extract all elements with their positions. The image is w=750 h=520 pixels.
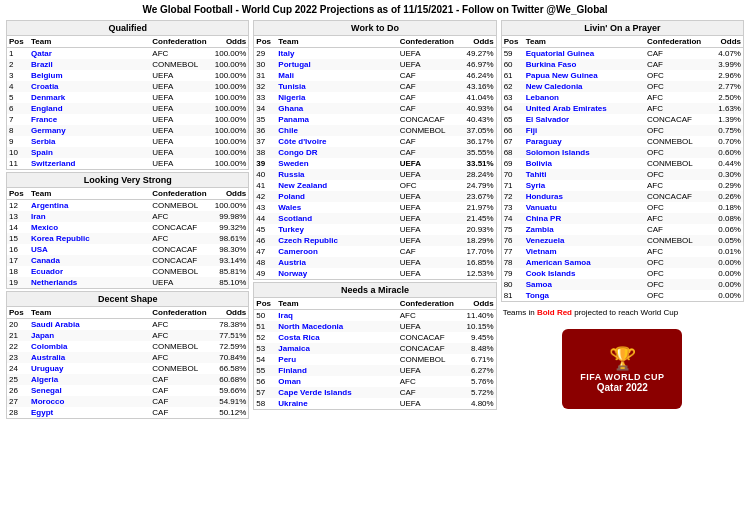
cell-conf: CONMEBOL [150,341,210,352]
qualified-table: Pos Team Confederation Odds 1QatarAFC100… [7,36,248,169]
cell-pos: 8 [7,125,29,136]
table-row: 7FranceUEFA100.00% [7,114,248,125]
cell-odds: 59.66% [210,385,248,396]
table-row: 51North MacedoniaUEFA10.15% [254,321,495,332]
table-row: 39SwedenUEFA33.51% [254,158,495,169]
cell-pos: 63 [502,92,524,103]
table-row: 14MexicoCONCACAF99.32% [7,222,248,233]
cell-pos: 29 [254,48,276,60]
page-header: We Global Football - World Cup 2022 Proj… [0,0,750,18]
cell-conf: OFC [645,290,705,301]
cell-team: Chile [276,125,397,136]
legend-text: Teams in Bold Red projected to reach Wor… [503,308,678,317]
cell-odds: 77.51% [210,330,248,341]
th-odds-s: Odds [210,188,248,200]
cell-conf: UEFA [398,48,458,60]
cell-conf: OFC [645,81,705,92]
cell-odds: 93.14% [210,255,248,266]
cell-odds: 0.26% [705,191,743,202]
cell-pos: 30 [254,59,276,70]
cell-pos: 45 [254,224,276,235]
cell-odds: 85.10% [210,277,248,288]
cell-pos: 59 [502,48,524,60]
cell-odds: 8.48% [458,343,496,354]
cell-odds: 70.84% [210,352,248,363]
work-table: Pos Team Confederation Odds 29ItalyUEFA4… [254,36,495,279]
cell-odds: 2.50% [705,92,743,103]
table-row: 59Equatorial GuineaCAF4.07% [502,48,743,60]
cell-odds: 0.70% [705,136,743,147]
cell-team: Norway [276,268,397,279]
table-row: 3BelgiumUEFA100.00% [7,70,248,81]
table-row: 79Cook IslandsOFC0.00% [502,268,743,279]
table-row: 70TahitiOFC0.30% [502,169,743,180]
cell-team: Uruguay [29,363,150,374]
table-row: 78American SamoaOFC0.00% [502,257,743,268]
cell-conf: CONCACAF [398,332,458,343]
cell-conf: UEFA [398,321,458,332]
table-row: 32TunisiaCAF43.16% [254,81,495,92]
cell-pos: 35 [254,114,276,125]
cell-team: Ukraine [276,398,397,409]
cell-team: Zambia [524,224,645,235]
table-row: 27MoroccoCAF54.91% [7,396,248,407]
table-row: 46Czech RepublicUEFA18.29% [254,235,495,246]
cell-team: Colombia [29,341,150,352]
table-row: 4CroatiaUEFA100.00% [7,81,248,92]
cell-odds: 4.07% [705,48,743,60]
cell-conf: CAF [398,246,458,257]
cell-odds: 0.08% [705,213,743,224]
cell-pos: 70 [502,169,524,180]
cell-conf: CONCACAF [645,191,705,202]
col1: Qualified Pos Team Confederation Odds 1Q… [4,18,251,421]
cell-team: Cape Verde Islands [276,387,397,398]
cell-odds: 28.24% [458,169,496,180]
table-row: 2BrazilCONMEBOL100.00% [7,59,248,70]
cell-pos: 69 [502,158,524,169]
cell-pos: 1 [7,48,29,60]
table-row: 57Cape Verde IslandsCAF5.72% [254,387,495,398]
cell-odds: 2.77% [705,81,743,92]
cell-team: Oman [276,376,397,387]
cell-conf: AFC [645,246,705,257]
cell-team: Portugal [276,59,397,70]
table-row: 60Burkina FasoCAF3.99% [502,59,743,70]
cell-conf: UEFA [398,365,458,376]
cell-team: Scotland [276,213,397,224]
cell-pos: 32 [254,81,276,92]
cell-team: Solomon Islands [524,147,645,158]
cell-team: North Macedonia [276,321,397,332]
cell-odds: 11.40% [458,310,496,322]
main-grid: Qualified Pos Team Confederation Odds 1Q… [0,18,750,421]
table-row: 11SwitzerlandUEFA100.00% [7,158,248,169]
cell-team: Ghana [276,103,397,114]
table-row: 35PanamaCONCACAF40.43% [254,114,495,125]
table-row: 64United Arab EmiratesAFC1.63% [502,103,743,114]
cell-odds: 5.76% [458,376,496,387]
cell-odds: 54.91% [210,396,248,407]
table-row: 53JamaicaCONCACAF8.48% [254,343,495,354]
cell-pos: 17 [7,255,29,266]
cell-pos: 13 [7,211,29,222]
cell-odds: 4.80% [458,398,496,409]
cell-odds: 20.93% [458,224,496,235]
table-row: 74China PRAFC0.08% [502,213,743,224]
cell-odds: 100.00% [210,158,248,169]
cell-odds: 0.00% [705,290,743,301]
cell-pos: 19 [7,277,29,288]
cell-odds: 99.98% [210,211,248,222]
cell-team: Germany [29,125,150,136]
cell-team: Czech Republic [276,235,397,246]
table-row: 52Costa RicaCONCACAF9.45% [254,332,495,343]
cell-odds: 100.00% [210,70,248,81]
cell-pos: 62 [502,81,524,92]
table-row: 43WalesUEFA21.97% [254,202,495,213]
cell-team: American Samoa [524,257,645,268]
cell-team: Netherlands [29,277,150,288]
cell-pos: 67 [502,136,524,147]
cell-team: Tonga [524,290,645,301]
prayer-title: Livin' On a Prayer [502,21,743,36]
cell-conf: AFC [150,319,210,331]
cell-conf: OFC [645,202,705,213]
cell-team: Russia [276,169,397,180]
